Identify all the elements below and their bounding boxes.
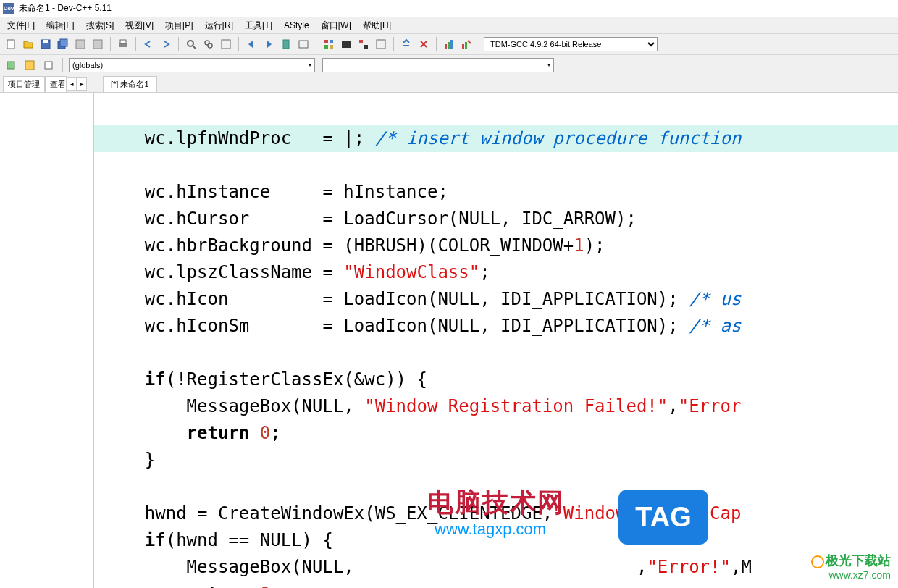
svg-rect-28 <box>450 40 453 49</box>
svg-line-10 <box>193 46 196 49</box>
svg-rect-34 <box>45 62 52 69</box>
compiler-select[interactable]: TDM-GCC 4.9.2 64-bit Release <box>484 37 658 51</box>
svg-rect-19 <box>330 45 333 49</box>
menu-edit[interactable]: 编辑[E] <box>42 18 79 33</box>
svg-rect-32 <box>7 62 14 69</box>
find-in-files-button[interactable] <box>218 36 234 52</box>
menu-astyle[interactable]: AStyle <box>280 19 314 32</box>
save-all-button[interactable] <box>55 36 71 52</box>
tab-view-classes[interactable]: 查看 <box>45 76 67 92</box>
app-icon: Dev <box>3 3 14 14</box>
svg-rect-26 <box>445 44 447 49</box>
scope-combo[interactable]: (globals)▾ <box>69 58 315 72</box>
rebuild-button[interactable] <box>373 36 389 52</box>
new-class-button[interactable] <box>3 57 19 73</box>
svg-rect-8 <box>120 40 126 43</box>
swirl-icon <box>811 555 824 568</box>
file-tab-unnamed1[interactable]: [*] 未命名1 <box>103 76 157 92</box>
menu-file[interactable]: 文件[F] <box>3 18 39 33</box>
svg-rect-2 <box>43 40 48 43</box>
debug-button[interactable] <box>398 36 414 52</box>
svg-rect-5 <box>76 40 85 49</box>
bookmark-button[interactable] <box>278 36 294 52</box>
project-sidebar[interactable] <box>0 93 94 588</box>
print-button[interactable] <box>115 36 131 52</box>
goto-next-button[interactable] <box>261 36 277 52</box>
watermark-site2: 极光下载站 www.xz7.com <box>811 552 891 581</box>
svg-rect-18 <box>324 45 328 49</box>
svg-rect-17 <box>330 40 333 43</box>
compile-run-button[interactable] <box>356 36 372 52</box>
symbol-combo[interactable]: ▾ <box>322 58 554 72</box>
menu-help[interactable]: 帮助[H] <box>358 18 395 33</box>
profile-button[interactable] <box>441 36 457 52</box>
menu-run[interactable]: 运行[R] <box>201 18 238 33</box>
compile-button[interactable] <box>321 36 337 52</box>
svg-rect-13 <box>222 40 230 49</box>
svg-rect-6 <box>93 40 102 49</box>
open-button[interactable] <box>20 36 36 52</box>
watermark-site1-url: www.tagxp.com <box>435 520 546 539</box>
svg-rect-0 <box>7 40 14 49</box>
svg-rect-16 <box>324 40 328 43</box>
svg-rect-15 <box>299 41 308 48</box>
redo-button[interactable] <box>158 36 174 52</box>
run-button[interactable] <box>338 36 354 52</box>
svg-rect-22 <box>364 45 368 49</box>
tab-scroll-left[interactable]: ◂ <box>67 77 77 91</box>
menu-tools[interactable]: 工具[T] <box>240 18 277 33</box>
watermark-site1-cn: 电脑技术网 <box>427 485 565 521</box>
svg-point-9 <box>188 41 193 46</box>
menu-bar: 文件[F] 编辑[E] 搜索[S] 视图[V] 项目[P] 运行[R] 工具[T… <box>0 17 898 33</box>
find-button[interactable] <box>183 36 199 52</box>
svg-rect-23 <box>377 40 385 49</box>
replace-button[interactable] <box>201 36 217 52</box>
svg-rect-33 <box>25 61 34 70</box>
svg-rect-21 <box>359 40 363 43</box>
goto-prev-button[interactable] <box>243 36 259 52</box>
svg-line-31 <box>468 41 471 43</box>
svg-rect-14 <box>283 40 289 49</box>
tab-project-manage[interactable]: 项目管理 <box>3 76 45 92</box>
close-button[interactable] <box>90 36 106 52</box>
tab-scroll-right[interactable]: ▸ <box>77 77 87 91</box>
save-button[interactable] <box>38 36 54 52</box>
save-as-button[interactable] <box>72 36 88 52</box>
watermark-tag-badge: TAG <box>618 490 708 545</box>
window-title: 未命名1 - Dev-C++ 5.11 <box>19 2 112 14</box>
svg-rect-20 <box>342 41 351 48</box>
main-toolbar: TDM-GCC 4.9.2 64-bit Release <box>0 33 898 55</box>
svg-rect-27 <box>448 42 450 49</box>
new-file-button[interactable] <box>3 36 19 52</box>
svg-rect-29 <box>462 44 464 49</box>
insert-class-button[interactable] <box>22 57 38 73</box>
delete-profile-button[interactable] <box>458 36 474 52</box>
class-button[interactable] <box>41 57 56 73</box>
svg-rect-30 <box>465 42 467 49</box>
svg-rect-4 <box>60 39 67 46</box>
menu-view[interactable]: 视图[V] <box>121 18 158 33</box>
menu-search[interactable]: 搜索[S] <box>82 18 119 33</box>
menu-project[interactable]: 项目[P] <box>161 18 198 33</box>
tabs-row: 项目管理 查看 ◂ ▸ [*] 未命名1 <box>0 75 898 93</box>
class-toolbar: (globals)▾ ▾ <box>0 55 898 75</box>
svg-point-12 <box>208 43 212 48</box>
title-bar: Dev 未命名1 - Dev-C++ 5.11 <box>0 0 898 17</box>
undo-button[interactable] <box>140 36 156 52</box>
goto-line-button[interactable] <box>295 36 311 52</box>
menu-window[interactable]: 窗口[W] <box>316 18 356 33</box>
stop-button[interactable] <box>416 36 432 52</box>
